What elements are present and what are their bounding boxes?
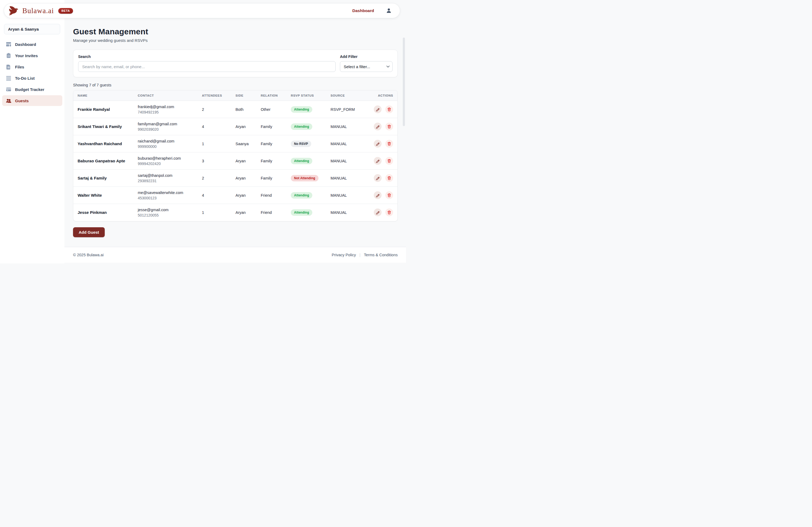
guest-email: familyman@gmail.com	[138, 122, 193, 126]
guest-email: me@savewalterwhite.com	[138, 191, 193, 195]
pencil-icon	[376, 124, 380, 129]
edit-guest-button[interactable]	[374, 140, 381, 148]
rsvp-status-badge: No RSVP	[291, 140, 311, 147]
pencil-icon	[376, 159, 380, 163]
copyright-text: © 2025 Bulawa.ai	[73, 253, 104, 257]
table-row: Sartaj & Family sartaj@thanpol.com 29389…	[73, 169, 397, 187]
couple-name: Aryan & Saanya	[8, 27, 39, 31]
delete-guest-button[interactable]	[385, 209, 393, 216]
search-filter-card: Search Add Filter Select a filter...	[73, 50, 398, 77]
guest-relation: Family	[257, 152, 287, 169]
guest-side: Both	[231, 101, 257, 118]
guest-contact: frankiedj@gmail.com 7409492195	[133, 101, 198, 118]
guest-name: Srikant Tiwari & Family	[73, 118, 133, 135]
guest-source: MANUAL	[326, 204, 367, 221]
table-row: Frankie Ramdyal frankiedj@gmail.com 7409…	[73, 101, 397, 118]
guest-source: RSVP_FORM	[326, 101, 367, 118]
search-label: Search	[78, 55, 336, 59]
column-header-side: SIDE	[231, 90, 257, 101]
edit-guest-button[interactable]	[374, 209, 381, 216]
privacy-policy-link[interactable]: Privacy Policy	[332, 253, 356, 257]
scrollbar[interactable]	[403, 37, 405, 126]
edit-guest-button[interactable]	[374, 123, 381, 131]
rsvp-status-badge: Attending	[291, 123, 312, 130]
guest-relation: Family	[257, 118, 287, 135]
trash-icon	[387, 210, 391, 214]
rsvp-status-badge: Attending	[291, 209, 312, 216]
pencil-icon	[376, 142, 380, 146]
delete-guest-button[interactable]	[385, 174, 393, 182]
guest-attendees: 1	[198, 135, 231, 152]
pencil-icon	[376, 210, 380, 214]
table-header-row: NAME CONTACT ATTENDEES SIDE RELATION RSV…	[73, 90, 397, 101]
brand-logo[interactable]: Bulawa.ai BETA	[8, 6, 73, 16]
column-header-relation: RELATION	[257, 90, 287, 101]
guest-relation: Family	[257, 169, 287, 187]
main-content: Guest Management Manage your wedding gue…	[64, 0, 406, 247]
sidebar-item-dashboard[interactable]: Dashboard	[2, 39, 62, 50]
bottom-strip	[64, 263, 406, 264]
table-row: Yashvardhan Raichand raichand@gmail.com …	[73, 135, 397, 152]
guest-side: Aryan	[231, 204, 257, 221]
sidebar-item-budget-tracker[interactable]: Budget Tracker	[2, 84, 62, 95]
table-row: Jesse Pinkman jesse@gmail.com 5012120055…	[73, 204, 397, 221]
guest-attendees: 3	[198, 152, 231, 169]
guest-name: Frankie Ramdyal	[73, 101, 133, 118]
top-bar: Bulawa.ai BETA Dashboard	[4, 3, 400, 18]
terms-conditions-link[interactable]: Terms & Conditions	[364, 253, 398, 257]
guest-phone: 99994202420	[138, 162, 193, 166]
sidebar-item-label: To-Do List	[15, 76, 35, 80]
table-row: Srikant Tiwari & Family familyman@gmail.…	[73, 118, 397, 135]
guest-side: Aryan	[231, 169, 257, 187]
delete-guest-button[interactable]	[385, 123, 393, 131]
column-header-rsvp-status: RSVP STATUS	[287, 90, 326, 101]
guest-table: NAME CONTACT ATTENDEES SIDE RELATION RSV…	[73, 90, 397, 221]
sidebar-item-files[interactable]: Files	[2, 61, 62, 72]
delete-guest-button[interactable]	[385, 191, 393, 199]
guest-relation: Other	[257, 101, 287, 118]
main-column: Guest Management Manage your wedding gue…	[64, 0, 406, 264]
add-guest-button[interactable]: Add Guest	[73, 227, 105, 237]
search-block: Search	[78, 55, 336, 72]
delete-guest-button[interactable]	[385, 157, 393, 165]
guest-relation: Friend	[257, 204, 287, 221]
guest-phone: 999900000	[138, 144, 193, 149]
guest-phone: 7409492195	[138, 110, 193, 114]
user-icon[interactable]	[386, 8, 392, 14]
edit-guest-button[interactable]	[374, 105, 381, 113]
guest-contact: buburao@herapheri.com 99994202420	[133, 152, 198, 169]
guest-contact: jesse@gmail.com 5012120055	[133, 204, 198, 221]
budget-icon	[6, 87, 11, 92]
rsvp-status-badge: Attending	[291, 192, 312, 199]
guest-email: frankiedj@gmail.com	[138, 105, 193, 109]
guest-contact: me@savewalterwhite.com 453000123	[133, 187, 198, 204]
sidebar-item-label: Budget Tracker	[15, 87, 44, 92]
edit-guest-button[interactable]	[374, 174, 381, 182]
delete-guest-button[interactable]	[385, 105, 393, 113]
guest-attendees: 2	[198, 169, 231, 187]
nav-link-dashboard[interactable]: Dashboard	[352, 8, 374, 13]
edit-guest-button[interactable]	[374, 157, 381, 165]
edit-guest-button[interactable]	[374, 191, 381, 199]
filter-select[interactable]: Select a filter...	[340, 61, 393, 72]
delete-guest-button[interactable]	[385, 140, 393, 148]
guest-phone: 5012120055	[138, 213, 193, 217]
sidebar-item-your-invites[interactable]: Your Invites	[2, 50, 62, 61]
search-input[interactable]	[78, 61, 336, 72]
guest-source: MANUAL	[326, 169, 367, 187]
sidebar-item-todo-list[interactable]: To-Do List	[2, 73, 62, 84]
column-header-source: SOURCE	[326, 90, 367, 101]
table-row: Baburao Ganpatrao Apte buburao@herapheri…	[73, 152, 397, 169]
guest-email: raichand@gmail.com	[138, 139, 193, 143]
guest-side: Aryan	[231, 118, 257, 135]
guest-attendees: 2	[198, 101, 231, 118]
sidebar-item-guests[interactable]: Guests	[2, 95, 62, 106]
footer: © 2025 Bulawa.ai Privacy Policy | Terms …	[64, 247, 406, 263]
pencil-icon	[376, 193, 380, 197]
guest-email: sartaj@thanpol.com	[138, 174, 193, 178]
guest-side: Aryan	[231, 187, 257, 204]
guest-name: Baburao Ganpatrao Apte	[73, 152, 133, 169]
guest-table-body: Frankie Ramdyal frankiedj@gmail.com 7409…	[73, 101, 397, 221]
guest-name: Walter White	[73, 187, 133, 204]
guest-source: MANUAL	[326, 187, 367, 204]
